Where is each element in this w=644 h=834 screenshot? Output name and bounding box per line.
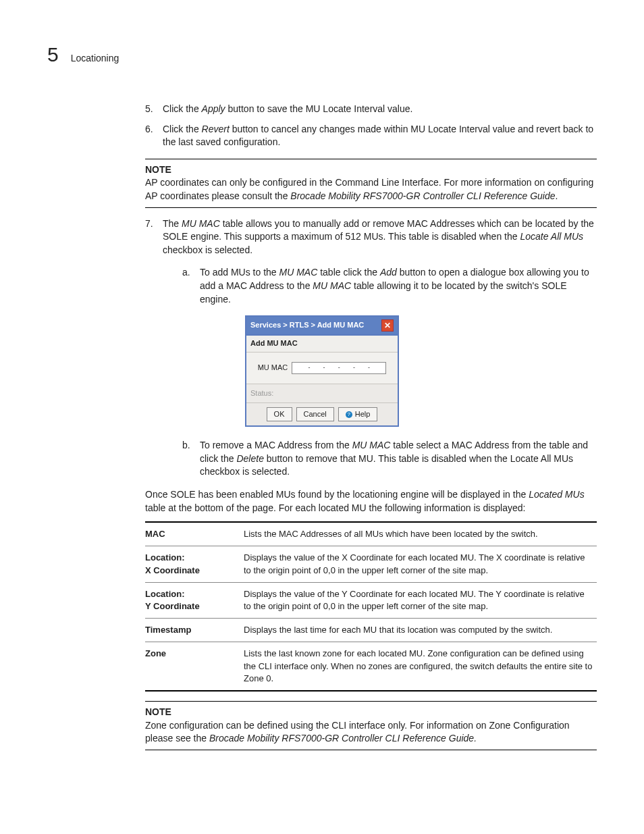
table-row: Location: Y CoordinateDisplays the value…: [145, 582, 597, 618]
close-icon[interactable]: ✕: [381, 319, 394, 332]
note-rule: [145, 159, 597, 159]
dialog-body: MU MAC - - - - -: [246, 353, 398, 384]
desc-cell: Lists the MAC Addresses of all MUs which…: [244, 522, 597, 546]
term-cell: Location: Y Coordinate: [145, 582, 244, 618]
dialog-titlebar: Services > RTLS > Add MU MAC ✕: [246, 317, 398, 336]
step-number: 6.: [145, 123, 163, 149]
dialog-screenshot: Services > RTLS > Add MU MAC ✕ Add MU MA…: [47, 315, 597, 427]
step-text: Click the Revert button to cancel any ch…: [163, 123, 597, 149]
mu-mac-input[interactable]: - - - - -: [292, 362, 386, 374]
step-text: The MU MAC table allows you to manually …: [163, 217, 597, 257]
note-rule: [145, 701, 597, 702]
term-cell: MAC: [145, 522, 244, 546]
term-cell: Location: X Coordinate: [145, 546, 244, 582]
substep-letter: b.: [182, 439, 200, 479]
help-button[interactable]: ? Help: [338, 407, 378, 421]
step-number: 5.: [145, 103, 163, 116]
paragraph: Once SOLE has been enabled MUs found by …: [145, 488, 597, 515]
step-7: 7. The MU MAC table allows you to manual…: [145, 217, 597, 257]
table-row: MACLists the MAC Addresses of all MUs wh…: [145, 522, 597, 546]
help-icon: ?: [346, 411, 352, 418]
substep-letter: a.: [182, 266, 200, 306]
step-5: 5. Click the Apply button to save the MU…: [145, 103, 597, 116]
substep-text: To add MUs to the MU MAC table click the…: [200, 266, 597, 306]
step-list: 5. Click the Apply button to save the MU…: [145, 103, 597, 149]
note-body: Zone configuration can be defined using …: [145, 719, 597, 746]
table-row: Location: X CoordinateDisplays the value…: [145, 546, 597, 582]
desc-cell: Displays the last time for each MU that …: [244, 619, 597, 642]
page-header: 5 Locationing: [47, 41, 597, 69]
note-rule: [145, 750, 597, 750]
note-rule: [145, 207, 597, 208]
chapter-title: Locationing: [71, 52, 119, 66]
located-mus-table: MACLists the MAC Addresses of all MUs wh…: [145, 521, 597, 692]
term-cell: Zone: [145, 642, 244, 691]
note-label: NOTE: [145, 706, 597, 719]
desc-cell: Displays the value of the X Coordinate f…: [244, 546, 597, 582]
cancel-button[interactable]: Cancel: [296, 407, 334, 421]
substep-b: b. To remove a MAC Address from the MU M…: [182, 439, 597, 479]
step-list-wide: 7. The MU MAC table allows you to manual…: [145, 217, 597, 257]
step-number: 7.: [145, 217, 163, 257]
dialog-status: Status:: [246, 384, 398, 402]
desc-cell: Displays the value of the Y Coordinate f…: [244, 582, 597, 618]
note-body: AP coordinates can only be configured in…: [145, 176, 597, 203]
dialog-section-header: Add MU MAC: [246, 336, 398, 352]
mu-mac-label: MU MAC: [258, 363, 288, 373]
step-6: 6. Click the Revert button to cancel any…: [145, 123, 597, 149]
desc-cell: Lists the last known zone for each locat…: [244, 642, 597, 691]
step-text: Click the Apply button to save the MU Lo…: [163, 103, 412, 116]
substep-text: To remove a MAC Address from the MU MAC …: [200, 439, 597, 479]
table-row: TimestampDisplays the last time for each…: [145, 619, 597, 642]
note-label: NOTE: [145, 163, 597, 177]
chapter-number: 5: [47, 41, 59, 69]
substep-list: a. To add MUs to the MU MAC table click …: [182, 266, 597, 306]
ok-button[interactable]: OK: [267, 407, 292, 421]
table-row: ZoneLists the last known zone for each l…: [145, 642, 597, 691]
substep-list: b. To remove a MAC Address from the MU M…: [182, 439, 597, 479]
dialog-button-row: OK Cancel ? Help: [246, 402, 398, 425]
dialog-title-text: Services > RTLS > Add MU MAC: [250, 320, 364, 330]
term-cell: Timestamp: [145, 619, 244, 642]
add-mu-mac-dialog: Services > RTLS > Add MU MAC ✕ Add MU MA…: [245, 315, 399, 427]
substep-a: a. To add MUs to the MU MAC table click …: [182, 266, 597, 306]
